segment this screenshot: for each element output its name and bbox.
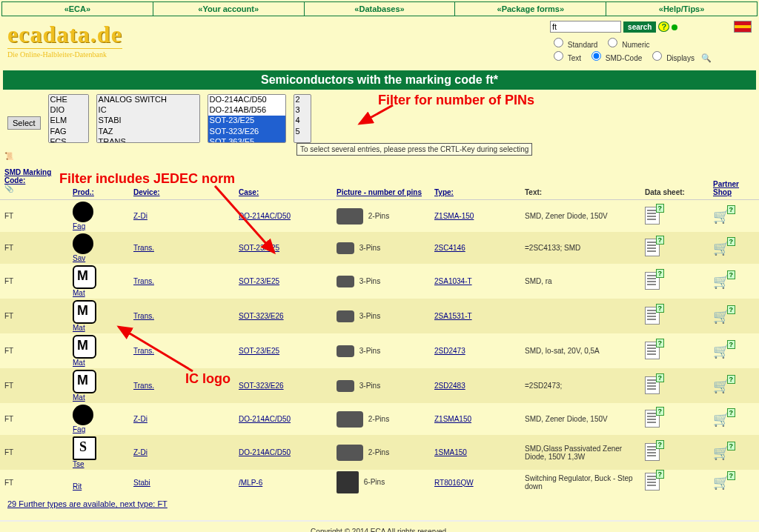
datasheet-button[interactable]: ? <box>645 410 660 429</box>
pins-text: 3-Pins <box>359 311 380 319</box>
case-link[interactable]: SOT-23/E25 <box>239 277 279 285</box>
col-prod[interactable]: Prod.: <box>73 188 94 196</box>
select-button[interactable]: Select <box>7 116 41 130</box>
footer: Copyright © 2014 ECA All rights reserved… <box>0 520 759 532</box>
prod-link[interactable]: Mat <box>73 393 85 402</box>
device-link[interactable]: Trans. <box>133 382 154 390</box>
magnifier-icon[interactable]: 🔍 <box>701 53 712 62</box>
table-row: FTTseZ-DiDO-214AC/D50 2-Pins1SMA150SMD,G… <box>0 435 759 470</box>
prod-link[interactable]: Fag <box>73 222 85 230</box>
search-input[interactable] <box>550 21 621 33</box>
cell-text <box>520 299 640 333</box>
type-link[interactable]: 2SD2473 <box>434 347 465 355</box>
case-link[interactable]: DO-214AC/D50 <box>239 448 291 456</box>
shop-button[interactable]: ? <box>713 445 732 461</box>
case-link[interactable]: DO-214AC/D50 <box>239 212 291 220</box>
shop-button[interactable]: ? <box>713 208 732 225</box>
device-link[interactable]: Trans. <box>133 312 154 320</box>
datasheet-button[interactable]: ? <box>645 473 660 492</box>
case-link[interactable]: SOT-323/E26 <box>239 312 284 320</box>
type-link[interactable]: 1SMA150 <box>434 448 467 456</box>
cell-code: FT <box>0 403 68 435</box>
nav-eca[interactable]: «ECA» <box>2 2 153 16</box>
shop-button[interactable]: ? <box>713 378 732 394</box>
prod-link[interactable]: Tse <box>73 460 84 468</box>
datasheet-button[interactable]: ? <box>645 443 660 462</box>
cell-code: FT <box>0 264 68 299</box>
shop-button[interactable]: ? <box>713 240 732 256</box>
device-link[interactable]: Trans. <box>133 244 154 252</box>
col-type[interactable]: Type: <box>434 188 454 196</box>
datasheet-button[interactable]: ? <box>645 272 660 291</box>
search-area: search ? Standard Numeric Text SMD-Code … <box>550 21 719 63</box>
manufacturer-logo-icon <box>73 265 96 289</box>
datasheet-button[interactable]: ? <box>645 376 660 396</box>
radio-smd[interactable]: SMD-Code <box>588 54 646 62</box>
device-link[interactable]: Z-Di <box>133 448 148 456</box>
prod-link[interactable]: Mat <box>73 324 85 332</box>
prod-link[interactable]: Mat <box>73 359 85 367</box>
filter-device[interactable]: ANALOG SWITCHICSTABITAZTRANS. <box>96 94 200 143</box>
device-link[interactable]: Trans. <box>133 347 154 355</box>
nav-databases[interactable]: «Databases» <box>305 2 456 16</box>
nav-help[interactable]: «Help/Tips» <box>606 2 757 16</box>
cell-code: FT <box>0 368 68 403</box>
filter-manufacturer[interactable]: CHEDIOELMFAGFCS <box>48 94 89 143</box>
search-button[interactable]: search <box>623 21 656 33</box>
shop-button[interactable]: ? <box>713 273 732 290</box>
device-link[interactable]: Stabi <box>133 479 150 487</box>
type-link[interactable]: 2SD2483 <box>434 382 465 390</box>
col-smd-code[interactable]: SMD Marking Code: <box>4 168 51 184</box>
nav-account[interactable]: «Your account» <box>153 2 305 16</box>
prod-link[interactable]: Mat <box>73 289 85 297</box>
col-picture-pins[interactable]: Picture - number of pins <box>337 188 422 196</box>
shop-button[interactable]: ? <box>713 411 732 428</box>
annotation-pins: Filter for number of PINs <box>378 93 534 108</box>
type-link[interactable]: 2SA1531-T <box>434 312 472 320</box>
package-icon <box>337 445 363 461</box>
prod-link[interactable]: Rit <box>73 482 82 491</box>
device-link[interactable]: Z-Di <box>133 212 148 220</box>
filter-case[interactable]: DO-214AC/D50DO-214AB/D56SOT-23/E25SOT-32… <box>208 94 286 143</box>
device-link[interactable]: Trans. <box>133 277 154 285</box>
prod-link[interactable]: Sav <box>73 254 85 262</box>
device-link[interactable]: Z-Di <box>133 415 148 423</box>
datasheet-button[interactable]: ? <box>645 342 660 361</box>
case-link[interactable]: /MLP-6 <box>239 479 262 487</box>
smd-icon: 📜 <box>4 152 18 168</box>
radio-numeric[interactable]: Numeric <box>604 41 654 49</box>
radio-text[interactable]: Text <box>550 54 586 62</box>
case-link[interactable]: DO-214AC/D50 <box>239 415 291 423</box>
table-row: FTFagZ-DiDO-214AC/D50 2-PinsZ1SMA150SMD,… <box>0 403 759 435</box>
manufacturer-logo-icon <box>73 405 93 425</box>
filter-pins[interactable]: 2345 <box>294 94 311 143</box>
col-case[interactable]: Case: <box>239 188 259 196</box>
cell-text: =2SC4133; SMD <box>520 232 640 264</box>
radio-displays[interactable]: Displays <box>649 54 699 62</box>
type-link[interactable]: 2SA1034-T <box>434 277 472 285</box>
case-link[interactable]: SOT-23/E25 <box>239 347 279 355</box>
nav-package-forms[interactable]: «Package forms» <box>455 2 606 16</box>
prod-link[interactable]: Fag <box>73 425 85 433</box>
radio-standard[interactable]: Standard <box>550 41 602 49</box>
col-device[interactable]: Device: <box>133 188 160 196</box>
case-link[interactable]: SOT-23/E25 <box>239 244 279 252</box>
type-link[interactable]: RT8016QW <box>434 479 474 487</box>
package-icon <box>337 345 354 357</box>
datasheet-button[interactable]: ? <box>645 239 660 258</box>
paperclip-icon: 📎 <box>4 184 16 196</box>
type-link[interactable]: Z1SMA150 <box>434 415 471 423</box>
further-types-link[interactable]: 29 Further types are available, next typ… <box>7 499 168 508</box>
shop-button[interactable]: ? <box>713 474 732 491</box>
datasheet-button[interactable]: ? <box>645 307 660 326</box>
language-flag-es[interactable] <box>734 21 752 33</box>
help-icon[interactable]: ? <box>658 21 669 32</box>
tooltip: To select several entries, please press … <box>296 143 532 156</box>
shop-button[interactable]: ? <box>713 308 732 325</box>
type-link[interactable]: 2SC4146 <box>434 244 465 252</box>
type-link[interactable]: Z1SMA-150 <box>434 212 474 220</box>
case-link[interactable]: SOT-323/E26 <box>239 382 284 390</box>
col-shop[interactable]: Partner Shop <box>709 149 759 200</box>
datasheet-button[interactable]: ? <box>645 207 660 226</box>
shop-button[interactable]: ? <box>713 343 732 359</box>
